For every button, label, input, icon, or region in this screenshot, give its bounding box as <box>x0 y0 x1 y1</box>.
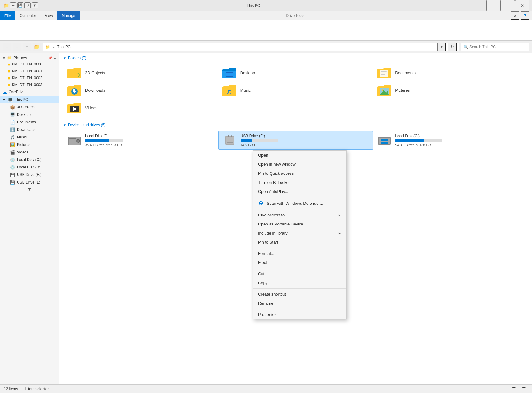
folder-item-3dobjects[interactable]: ⬡ 3D Objects <box>63 64 218 81</box>
sidebar-item-music[interactable]: 🎵 Music <box>0 133 59 141</box>
address-path-text: This PC <box>57 45 71 49</box>
tab-view[interactable]: View <box>40 11 57 20</box>
ctx-include-library[interactable]: Include in library ► <box>253 229 346 238</box>
address-bar: ← → ↑ 📁 📁 ► This PC ▼ ↻ 🔍 <box>0 41 532 53</box>
videos-icon: 🎬 <box>10 150 15 155</box>
tab-manage[interactable]: Manage <box>57 11 79 20</box>
search-box[interactable]: 🔍 <box>461 43 529 51</box>
ctx-properties-label: Properties <box>258 312 276 317</box>
ctx-pin-start[interactable]: Pin to Start <box>253 238 346 247</box>
sidebar-item-pictures[interactable]: 🖼️ Pictures <box>0 141 59 148</box>
ctx-pin-quick[interactable]: Pin to Quick access <box>253 169 346 178</box>
include-library-arrow-icon: ► <box>338 231 341 235</box>
ctx-create-shortcut[interactable]: Create shortcut <box>253 290 346 299</box>
ribbon-help-btn[interactable]: ? <box>521 11 529 20</box>
folders-grid: ⬡ 3D Objects Desktop <box>59 63 532 118</box>
svg-rect-33 <box>381 142 384 144</box>
svg-rect-28 <box>227 142 233 143</box>
folder-label-desktop: Desktop <box>240 70 255 75</box>
folder-item-pictures[interactable]: Pictures <box>373 81 528 99</box>
ctx-rename[interactable]: Rename <box>253 299 346 308</box>
folder-label-music: Music <box>240 88 251 93</box>
window-controls: ─ □ ✕ <box>486 0 529 11</box>
svg-rect-32 <box>384 139 388 141</box>
downloads-icon: ⬇️ <box>10 127 15 132</box>
address-input[interactable]: 📁 ► This PC ▼ ↻ <box>43 43 459 51</box>
ctx-open[interactable]: Open <box>253 151 346 160</box>
usb-drive-icon <box>222 134 237 147</box>
folder-item-videos[interactable]: Videos <box>63 99 218 116</box>
ctx-cut[interactable]: Cut <box>253 269 346 278</box>
recent-locations-button[interactable]: 📁 <box>33 43 41 51</box>
sidebar-item-km3[interactable]: ■ KM_DT_EN_0003 <box>0 81 59 88</box>
device-item-usbe[interactable]: USB Drive (E:) 14.5 GB f... <box>218 131 373 150</box>
sidebar-item-km2[interactable]: ■ KM_DT_EN_0002 <box>0 75 59 81</box>
sidebar-scroll-down[interactable]: ▼ <box>0 186 59 192</box>
sidebar-item-onedrive[interactable]: ☁ OneDrive <box>0 88 59 96</box>
sidebar-item-documents[interactable]: 📄 Documents <box>0 118 59 126</box>
qa-undo[interactable]: ↩ <box>10 2 16 8</box>
refresh-btn[interactable]: ↻ <box>448 43 457 51</box>
search-input[interactable] <box>469 45 527 49</box>
ctx-open-new-window[interactable]: Open in new window <box>253 160 346 169</box>
device-item-localc[interactable]: Local Disk (C:) 54.3 GB free of 138 GB <box>373 131 528 150</box>
sidebar-km1-label: KM_DT_EN_0001 <box>12 69 42 73</box>
forward-button[interactable]: → <box>13 43 21 51</box>
sidebar-km3-label: KM_DT_EN_0003 <box>12 83 42 87</box>
folder-item-music[interactable]: ♫ Music <box>218 81 373 99</box>
device-item-locald[interactable]: Local Disk (D:) 35.4 GB free of 99.3 GB <box>63 131 218 150</box>
close-button[interactable]: ✕ <box>515 0 529 11</box>
context-menu: Open Open in new window Pin to Quick acc… <box>253 150 347 319</box>
details-view-button[interactable]: ☰ <box>519 385 528 393</box>
sidebar-item-localc[interactable]: 💿 Local Disk (C:) <box>0 156 59 163</box>
ctx-scan-defender[interactable]: Scan with Windows Defender... <box>253 198 346 208</box>
sidebar-item-usbe[interactable]: 💾 USB Drive (E:) <box>0 171 59 178</box>
sidebar-item-videos[interactable]: 🎬 Videos <box>0 148 59 156</box>
back-button[interactable]: ← <box>3 43 11 51</box>
folder-item-documents[interactable]: Documents <box>373 64 528 81</box>
sidebar-item-downloads[interactable]: ⬇️ Downloads <box>0 126 59 133</box>
sidebar-item-thispc[interactable]: ▼ 💻 This PC <box>0 96 59 103</box>
drive-d-bar <box>85 139 109 142</box>
folders-section-header[interactable]: ▼ Folders (7) <box>59 53 532 63</box>
list-view-button[interactable]: ☷ <box>509 385 518 393</box>
sidebar-item-km0[interactable]: ■ KM_DT_EN_0000 <box>0 61 59 68</box>
scroll-up-icon[interactable]: ▲ <box>53 56 57 60</box>
ctx-copy[interactable]: Copy <box>253 278 346 287</box>
ctx-eject[interactable]: Eject <box>253 258 346 267</box>
ctx-autoplay[interactable]: Open AutoPlay... <box>253 187 346 196</box>
svg-rect-5 <box>226 73 233 76</box>
ctx-portable[interactable]: Open as Portable Device <box>253 220 346 229</box>
devices-section-header[interactable]: ▼ Devices and drives (5) <box>59 120 532 130</box>
ctx-format[interactable]: Format... <box>253 249 346 258</box>
folder-label-videos: Videos <box>85 106 98 110</box>
onedrive-icon: ☁ <box>3 90 7 95</box>
ribbon-minimize-btn[interactable]: ∧ <box>511 11 519 20</box>
documents-icon: 📄 <box>10 120 15 125</box>
folder-item-downloads[interactable]: Downloads <box>63 81 218 99</box>
svg-text:⬡: ⬡ <box>76 72 80 77</box>
tab-file[interactable]: File <box>0 11 15 20</box>
sidebar-item-3dobjects[interactable]: 📦 3D Objects <box>0 103 59 111</box>
sidebar-item-usbe2[interactable]: 💾 USB Drive (E:) <box>0 178 59 186</box>
content-area: ▼ Folders (7) ⬡ 3D Objects <box>59 53 532 384</box>
status-selected: 1 item selected <box>24 387 49 391</box>
up-button[interactable]: ↑ <box>23 43 31 51</box>
address-dropdown-btn[interactable]: ▼ <box>437 43 446 51</box>
ctx-bitlocker[interactable]: Turn on BitLocker <box>253 178 346 187</box>
sidebar-item-km1[interactable]: ■ KM_DT_EN_0001 <box>0 68 59 75</box>
sidebar-section-pictures[interactable]: ▼ 📁 Pictures 📌 ▲ <box>0 54 59 61</box>
tab-computer[interactable]: Computer <box>15 11 41 20</box>
ctx-properties[interactable]: Properties <box>253 310 346 319</box>
maximize-button[interactable]: □ <box>501 0 515 11</box>
svg-rect-6 <box>380 70 388 77</box>
minimize-button[interactable]: ─ <box>486 0 501 11</box>
sidebar-item-desktop[interactable]: 🖥️ Desktop <box>0 111 59 118</box>
ctx-open-new-window-label: Open in new window <box>258 162 296 167</box>
folder-item-desktop[interactable]: Desktop <box>218 64 373 81</box>
ctx-give-access[interactable]: Give access to ► <box>253 210 346 220</box>
sidebar-item-locald[interactable]: 💿 Local Disk (D:) <box>0 163 59 171</box>
ribbon-tab-row: File Computer View Manage Drive Tools ∧ … <box>0 11 532 20</box>
svg-rect-31 <box>381 139 384 141</box>
drive-c-bar-container <box>395 139 442 142</box>
